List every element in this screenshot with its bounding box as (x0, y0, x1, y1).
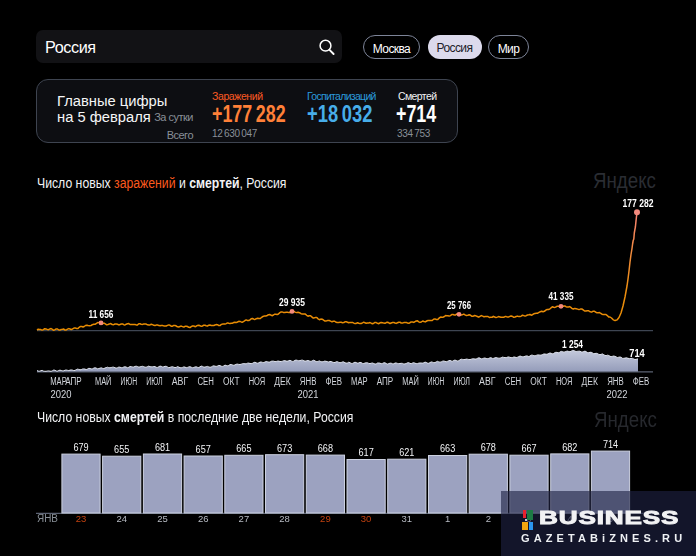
svg-text:621: 621 (399, 447, 415, 458)
svg-text:177 282: 177 282 (623, 197, 654, 209)
svg-text:СЕН: СЕН (505, 376, 522, 387)
svg-text:НОЯ: НОЯ (249, 376, 266, 387)
svg-text:2022: 2022 (607, 389, 628, 400)
svg-text:11 656: 11 656 (89, 308, 114, 320)
svg-text:2021: 2021 (298, 389, 319, 400)
svg-text:ИЮН: ИЮН (428, 376, 445, 387)
svg-text:681: 681 (155, 442, 171, 453)
svg-text:23: 23 (76, 513, 87, 524)
svg-text:АПР: АПР (377, 376, 394, 387)
svg-text:30: 30 (361, 513, 372, 524)
svg-text:25 766: 25 766 (447, 299, 471, 311)
svg-text:ДЕК: ДЕК (582, 376, 599, 387)
svg-text:МАЙ: МАЙ (402, 375, 419, 387)
svg-text:1: 1 (445, 513, 450, 524)
svg-text:ИЮН: ИЮН (121, 376, 138, 387)
svg-text:МАР: МАР (351, 376, 368, 387)
svg-text:АПР: АПР (65, 376, 82, 387)
svg-text:28: 28 (279, 513, 290, 524)
svg-text:АВГ: АВГ (172, 376, 189, 387)
svg-text:663: 663 (440, 443, 456, 454)
svg-text:678: 678 (481, 442, 497, 453)
svg-text:24: 24 (116, 513, 127, 524)
svg-text:682: 682 (562, 442, 578, 453)
svg-text:29 935: 29 935 (279, 296, 305, 308)
svg-text:МАЙ: МАЙ (95, 375, 112, 387)
svg-text:ЯНВ: ЯНВ (37, 513, 58, 524)
svg-text:657: 657 (196, 444, 212, 455)
svg-text:714: 714 (629, 347, 645, 359)
svg-text:ЯНВ: ЯНВ (607, 376, 624, 387)
svg-text:ИЮЛ: ИЮЛ (146, 376, 163, 387)
svg-text:СЕН: СЕН (197, 376, 214, 387)
svg-text:НОЯ: НОЯ (556, 376, 573, 387)
svg-text:2: 2 (486, 513, 491, 524)
svg-text:2020: 2020 (51, 389, 72, 400)
svg-text:617: 617 (359, 447, 375, 458)
svg-text:27: 27 (239, 513, 250, 524)
svg-text:ФЕВ: ФЕВ (325, 376, 342, 387)
svg-text:АВГ: АВГ (479, 376, 496, 387)
svg-text:668: 668 (318, 443, 334, 454)
svg-text:ЯНВ: ЯНВ (300, 376, 317, 387)
svg-text:673: 673 (277, 443, 293, 454)
svg-text:ОКТ: ОКТ (530, 376, 547, 387)
svg-text:41 335: 41 335 (549, 290, 574, 302)
svg-text:31: 31 (402, 513, 413, 524)
svg-text:ФЕВ: ФЕВ (633, 376, 650, 387)
svg-text:1 254: 1 254 (562, 338, 583, 350)
svg-text:ИЮЛ: ИЮЛ (453, 376, 470, 387)
svg-text:667: 667 (521, 443, 537, 454)
svg-text:714: 714 (603, 439, 619, 450)
svg-text:25: 25 (157, 513, 168, 524)
svg-text:ДЕК: ДЕК (274, 376, 291, 387)
svg-text:26: 26 (198, 513, 209, 524)
svg-text:29: 29 (320, 513, 331, 524)
svg-text:665: 665 (236, 443, 252, 454)
svg-text:655: 655 (114, 444, 130, 455)
svg-text:ОКТ: ОКТ (223, 376, 240, 387)
svg-text:679: 679 (73, 442, 89, 453)
